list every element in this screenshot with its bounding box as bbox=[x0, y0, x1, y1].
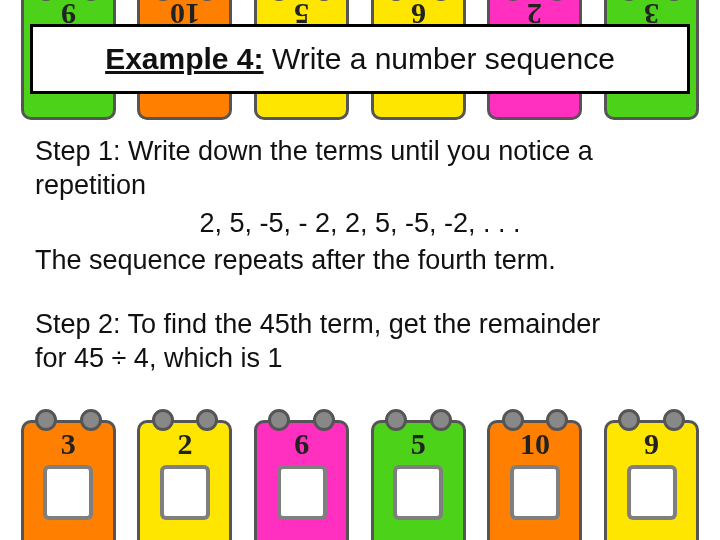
step1-conclusion: The sequence repeats after the fourth te… bbox=[35, 244, 685, 278]
toy-number: 2 bbox=[177, 429, 192, 459]
step1-line1: Step 1: Write down the terms until you n… bbox=[35, 135, 685, 169]
toy-card: 3 bbox=[21, 420, 116, 540]
toy-number: 3 bbox=[61, 429, 76, 459]
toy-card: 6 bbox=[254, 420, 349, 540]
toy-card: 5 bbox=[371, 420, 466, 540]
toy-number: 6 bbox=[294, 429, 309, 459]
toy-card: 10 bbox=[487, 420, 582, 540]
toy-number: 9 bbox=[644, 429, 659, 459]
toy-number: 5 bbox=[411, 429, 426, 459]
toy-card: 2 bbox=[137, 420, 232, 540]
example-heading-box: Example 4: Write a number sequence bbox=[30, 24, 690, 94]
slide-body: Step 1: Write down the terms until you n… bbox=[35, 135, 685, 376]
toy-card: 9 bbox=[604, 420, 699, 540]
sequence-text: 2, 5, -5, - 2, 2, 5, -5, -2, . . . bbox=[35, 207, 685, 241]
decorative-toys-bottom: 3 2 6 5 10 9 bbox=[0, 420, 720, 540]
step1-line2: repetition bbox=[35, 169, 685, 203]
step2-line1: Step 2: To find the 45th term, get the r… bbox=[35, 308, 685, 342]
example-title: Write a number sequence bbox=[264, 42, 615, 75]
step2-line2: for 45 ÷ 4, which is 1 bbox=[35, 342, 685, 376]
example-label: Example 4: bbox=[105, 42, 263, 75]
toy-number: 10 bbox=[520, 429, 550, 459]
